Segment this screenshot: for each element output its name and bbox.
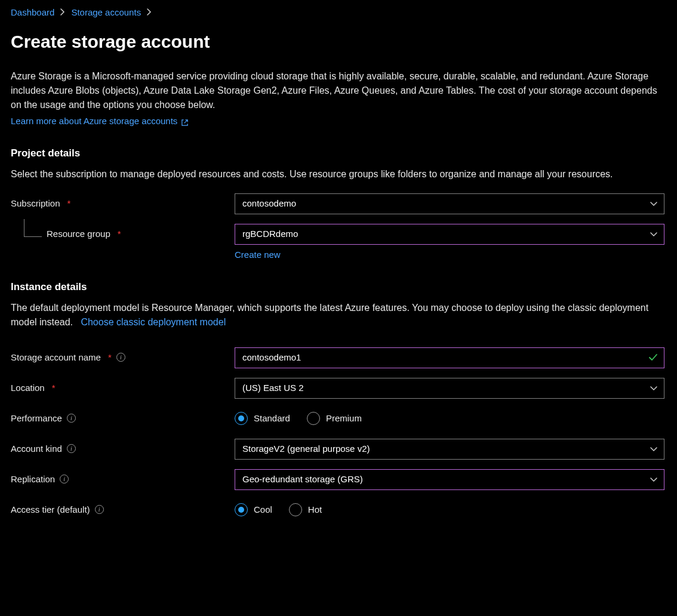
required-icon: * — [118, 227, 121, 241]
performance-premium-label: Premium — [326, 412, 362, 426]
account-kind-label: Account kind — [11, 442, 62, 456]
project-details-heading: Project details — [11, 146, 666, 161]
replication-value: Geo-redundant storage (GRS) — [242, 473, 363, 486]
info-icon[interactable]: i — [67, 444, 76, 453]
performance-standard-label: Standard — [254, 412, 290, 426]
subscription-label: Subscription — [11, 197, 60, 211]
check-icon — [648, 353, 658, 362]
breadcrumb-storage-accounts[interactable]: Storage accounts — [71, 6, 141, 20]
subscription-dropdown[interactable]: contosodemo — [235, 193, 664, 214]
account-kind-value: StorageV2 (general purpose v2) — [242, 442, 370, 456]
instance-details-heading: Instance details — [11, 279, 666, 295]
subscription-value: contosodemo — [242, 197, 296, 211]
required-icon: * — [108, 351, 112, 365]
location-label: Location — [11, 381, 45, 395]
breadcrumb: Dashboard Storage accounts — [11, 6, 666, 20]
page-title: Create storage account — [11, 28, 666, 55]
location-value: (US) East US 2 — [242, 381, 304, 395]
chevron-down-icon — [650, 230, 658, 238]
info-icon[interactable]: i — [116, 353, 125, 362]
resource-group-value: rgBCDRdemo — [242, 227, 298, 241]
chevron-down-icon — [650, 199, 658, 208]
access-tier-cool-label: Cool — [254, 503, 272, 517]
chevron-down-icon — [650, 445, 658, 453]
tree-connector-icon — [24, 219, 42, 237]
instance-details-desc: The default deployment model is Resource… — [11, 301, 666, 329]
chevron-down-icon — [650, 475, 658, 483]
performance-standard-radio[interactable]: Standard — [235, 412, 290, 426]
choose-classic-link[interactable]: Choose classic deployment model — [81, 317, 226, 327]
access-tier-radio-group: Cool Hot — [235, 500, 664, 520]
external-link-icon — [181, 117, 189, 125]
performance-radio-group: Standard Premium — [235, 408, 664, 429]
intro-text: Azure Storage is a Microsoft-managed ser… — [11, 69, 666, 112]
required-icon: * — [52, 381, 56, 395]
access-tier-hot-label: Hot — [308, 503, 322, 517]
project-details-desc: Select the subscription to manage deploy… — [11, 167, 666, 181]
info-icon[interactable]: i — [67, 414, 76, 423]
location-dropdown[interactable]: (US) East US 2 — [235, 378, 664, 399]
storage-name-input[interactable]: contosodemo1 — [235, 347, 664, 368]
info-icon[interactable]: i — [95, 505, 104, 514]
required-icon: * — [67, 197, 71, 211]
access-tier-label: Access tier (default) — [11, 503, 90, 517]
chevron-right-icon — [147, 7, 152, 19]
chevron-down-icon — [650, 384, 658, 392]
replication-dropdown[interactable]: Geo-redundant storage (GRS) — [235, 469, 664, 490]
storage-name-label: Storage account name — [11, 351, 101, 365]
learn-more-link[interactable]: Learn more about Azure storage accounts — [11, 115, 189, 128]
resource-group-label: Resource group — [47, 227, 110, 241]
chevron-right-icon — [60, 7, 65, 19]
create-new-link[interactable]: Create new — [235, 248, 281, 262]
info-icon[interactable]: i — [60, 475, 69, 483]
account-kind-dropdown[interactable]: StorageV2 (general purpose v2) — [235, 439, 664, 460]
access-tier-hot-radio[interactable]: Hot — [289, 503, 322, 517]
storage-name-value: contosodemo1 — [242, 351, 301, 365]
performance-label: Performance — [11, 412, 62, 426]
breadcrumb-dashboard[interactable]: Dashboard — [11, 6, 54, 20]
resource-group-dropdown[interactable]: rgBCDRdemo — [235, 224, 664, 245]
learn-more-link-text: Learn more about Azure storage accounts — [11, 115, 177, 128]
access-tier-cool-radio[interactable]: Cool — [235, 503, 272, 517]
performance-premium-radio[interactable]: Premium — [307, 412, 362, 426]
replication-label: Replication — [11, 473, 55, 486]
